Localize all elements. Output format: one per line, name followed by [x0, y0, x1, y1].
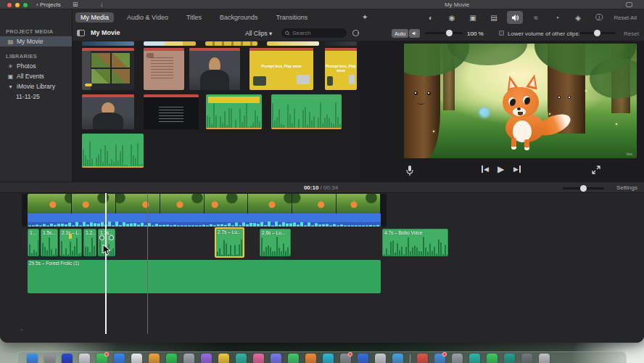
- auto-volume-button[interactable]: Auto: [392, 29, 408, 38]
- dock-app-icon[interactable]: [166, 354, 177, 363]
- dock-app-icon[interactable]: [323, 354, 334, 363]
- search-input[interactable]: [292, 30, 343, 36]
- media-thumbnail-text-document[interactable]: [144, 48, 184, 90]
- speed-icon[interactable]: ◔: [549, 11, 565, 24]
- trim-handle[interactable]: [99, 235, 104, 240]
- dock-app-icon[interactable]: [392, 354, 403, 363]
- media-thumbnail-partial[interactable]: [144, 41, 196, 46]
- media-thumbnail-terminal-video[interactable]: [144, 94, 199, 129]
- dock-app-icon[interactable]: [452, 354, 463, 363]
- window-layout-icon[interactable]: [626, 2, 632, 7]
- audio-clip-4[interactable]: 1.2...: [83, 229, 96, 256]
- sidebar-toggle-icon[interactable]: [77, 30, 85, 36]
- download-arrow-icon[interactable]: ↓: [100, 1, 104, 8]
- timeline-settings-button[interactable]: Settings: [616, 184, 637, 191]
- tab-backgrounds[interactable]: Backgrounds: [215, 12, 263, 23]
- playhead[interactable]: [105, 193, 107, 334]
- trim-handle[interactable]: [109, 235, 114, 240]
- color-correction-icon[interactable]: ◉: [444, 11, 460, 24]
- sidebar-item-imovie-library[interactable]: ▾iMovie Library: [0, 81, 72, 91]
- minimize-window-button[interactable]: [15, 3, 20, 7]
- stabilization-icon[interactable]: ▤: [486, 11, 502, 24]
- dock-app-icon[interactable]: [236, 354, 247, 363]
- lower-volume-slider-knob[interactable]: [594, 30, 600, 36]
- dock-app-icon[interactable]: [521, 354, 532, 363]
- media-thumbnail-audio-clip[interactable]: [82, 134, 144, 168]
- dock-app-icon[interactable]: [62, 354, 73, 363]
- dock-app-icon[interactable]: [340, 354, 351, 363]
- clip-right-handle[interactable]: [381, 194, 387, 227]
- dock-app-icon[interactable]: [96, 354, 107, 363]
- dock-app-icon[interactable]: [271, 354, 281, 363]
- skip-back-button[interactable]: ◀: [482, 166, 489, 173]
- back-to-projects-button[interactable]: ‹ Projects: [36, 1, 61, 8]
- media-thumbnail-slide-partial[interactable]: Prompt less, Play more: [325, 48, 357, 90]
- tab-transitions[interactable]: Transitions: [271, 12, 313, 23]
- color-balance-icon[interactable]: ◐: [423, 11, 439, 24]
- media-thumbnail-presenter-video[interactable]: [82, 94, 134, 129]
- all-clips-filter-dropdown[interactable]: All Clips ▾: [245, 30, 272, 37]
- dock-app-icon[interactable]: [539, 354, 550, 363]
- reset-button[interactable]: Reset: [624, 30, 639, 37]
- dock-app-icon[interactable]: [305, 354, 316, 363]
- timeline-zoom-knob[interactable]: [580, 185, 587, 192]
- tab-my-media[interactable]: My Media: [75, 12, 114, 23]
- audio-clip-1[interactable]: 1...: [28, 229, 39, 256]
- search-field[interactable]: [281, 28, 347, 38]
- sidebar-item-photos[interactable]: ✳Photos: [0, 61, 72, 71]
- tab-titles[interactable]: Titles: [181, 12, 207, 23]
- preview-frame[interactable]: Veo: [404, 44, 637, 158]
- dock-app-icon[interactable]: [218, 354, 229, 363]
- media-thumbnail-partial[interactable]: [82, 41, 134, 46]
- audio-clip-8[interactable]: 4.7s – Bobo Voice: [382, 229, 448, 256]
- refresh-icon[interactable]: [352, 29, 360, 37]
- media-thumbnail-partial[interactable]: [325, 41, 357, 46]
- import-media-icon[interactable]: ⊞: [73, 1, 78, 8]
- video-clip-filmstrip[interactable]: [28, 194, 381, 213]
- clip-filter-icon[interactable]: ◈: [570, 11, 586, 24]
- audio-clip-2[interactable]: 1.5s...: [41, 229, 58, 256]
- close-window-button[interactable]: [7, 3, 12, 7]
- media-thumbnail-audio-clip-yellow-band[interactable]: [206, 94, 262, 129]
- video-clip-audio-track[interactable]: [28, 213, 381, 227]
- media-thumbnail-audio-clip[interactable]: [271, 94, 342, 129]
- play-button[interactable]: ▶: [498, 164, 504, 174]
- media-thumbnail-partial[interactable]: [267, 41, 319, 46]
- dock-app-icon[interactable]: [27, 354, 38, 363]
- dock-app-icon[interactable]: [375, 354, 386, 363]
- sidebar-item-all-events[interactable]: ▣All Events: [0, 71, 72, 81]
- audio-clip-3[interactable]: 2.1s – L...: [59, 229, 82, 256]
- volume-icon[interactable]: [507, 11, 523, 24]
- media-thumbnail-presenter-video[interactable]: [189, 48, 240, 90]
- dock-app-icon[interactable]: [487, 354, 498, 363]
- dock-app-icon[interactable]: [44, 354, 55, 363]
- lower-volume-checkbox[interactable]: [499, 30, 504, 36]
- dock-app-icon[interactable]: [358, 354, 368, 363]
- dock-app-icon[interactable]: [183, 354, 194, 363]
- music-clip[interactable]: 29.5s – Forest Frolic (1): [28, 260, 381, 293]
- sidebar-item-my-movie[interactable]: ▤My Movie: [0, 36, 72, 46]
- noise-reduction-icon[interactable]: ≈: [528, 11, 544, 24]
- dock-app-icon[interactable]: [149, 354, 160, 363]
- dock-app-icon[interactable]: [114, 354, 125, 363]
- dock-app-icon[interactable]: [417, 354, 428, 363]
- info-icon[interactable]: ⓘ: [591, 11, 607, 24]
- dock-app-icon[interactable]: [288, 354, 299, 363]
- dock-app-icon[interactable]: [201, 354, 212, 363]
- audio-clip-7[interactable]: 2.6s – Lu...: [260, 229, 291, 256]
- crop-icon[interactable]: ▣: [465, 11, 481, 24]
- zoom-window-button[interactable]: [23, 3, 28, 7]
- volume-slider-knob[interactable]: [446, 30, 453, 36]
- fullscreen-icon[interactable]: [592, 166, 600, 174]
- dock-app-icon[interactable]: [434, 354, 445, 363]
- dock-app-icon[interactable]: [131, 354, 142, 363]
- dock-app-icon[interactable]: [253, 354, 264, 363]
- volume-slider[interactable]: [425, 32, 463, 34]
- dock-app-icon[interactable]: [504, 354, 515, 363]
- media-thumbnail-partial[interactable]: [205, 41, 257, 46]
- macos-dock[interactable]: [17, 351, 627, 363]
- reset-all-button[interactable]: Reset All: [614, 15, 637, 21]
- tab-audio-video[interactable]: Audio & Video: [122, 12, 173, 23]
- sidebar-item-11-11-25[interactable]: 11-11-25: [0, 91, 72, 102]
- mute-speaker-button[interactable]: [409, 29, 420, 38]
